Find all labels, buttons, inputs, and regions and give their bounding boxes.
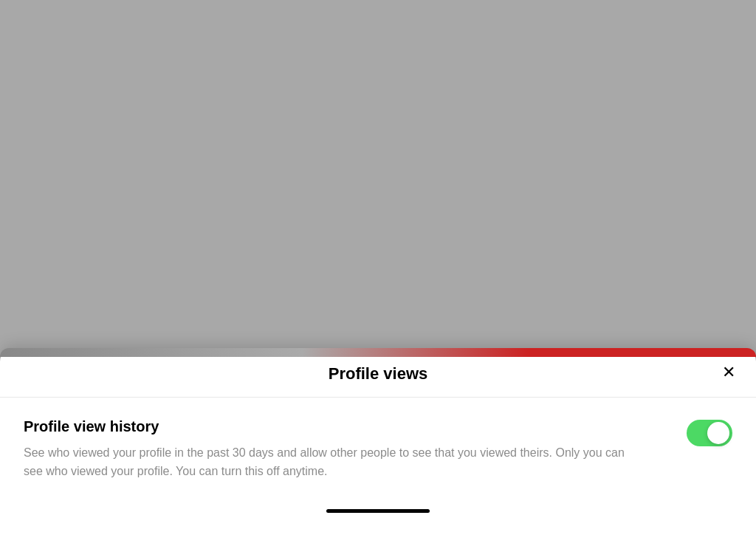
setting-description: See who viewed your profile in the past … (24, 444, 644, 481)
modal-header: Profile views ✕ (0, 348, 756, 398)
setting-content: Profile view history See who viewed your… (24, 418, 672, 481)
toggle-container[interactable] (687, 418, 732, 446)
setting-label: Profile view history (24, 418, 672, 435)
modal-title: Profile views (329, 364, 428, 384)
modal-sheet: Profile views ✕ Profile view history See… (0, 348, 756, 535)
setting-row: Profile view history See who viewed your… (24, 418, 732, 481)
modal-body: Profile view history See who viewed your… (0, 398, 756, 496)
home-bar (326, 509, 430, 513)
home-indicator (0, 509, 756, 513)
close-button[interactable]: ✕ (719, 361, 738, 384)
profile-view-history-toggle[interactable] (687, 420, 732, 446)
